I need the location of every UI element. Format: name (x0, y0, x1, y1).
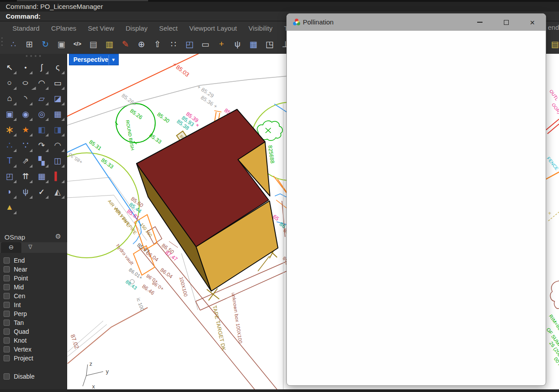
box-stack-icon[interactable]: ▤ (86, 37, 101, 51)
fillet-icon[interactable]: ◝ (18, 91, 33, 106)
arc-icon[interactable]: ◠ (34, 76, 49, 90)
explode-icon[interactable]: ★ (18, 122, 33, 137)
osnap-checkbox-mid[interactable] (4, 284, 10, 290)
osnap-checkbox-knot[interactable] (4, 337, 10, 344)
osnap-checkbox-quad[interactable] (4, 328, 10, 335)
menu-set-view[interactable]: Set View (88, 24, 114, 32)
flyout-indicator (61, 133, 64, 136)
screen-capture-icon[interactable]: ⊞ (22, 37, 36, 51)
paint-check-icon[interactable]: ✎ (118, 37, 133, 51)
point-scatter-icon[interactable]: ∷ (166, 37, 181, 51)
ellipse-icon[interactable]: ○ (15, 76, 37, 90)
point-icon[interactable]: ● (18, 60, 33, 75)
curve-icon[interactable]: ʃ (34, 60, 49, 75)
arc-arrow-icon[interactable]: ↷ (34, 138, 49, 152)
close-button[interactable]: × (522, 14, 543, 31)
minimize-button[interactable] (470, 14, 490, 31)
osnap-item-disable: Disable (4, 372, 35, 381)
red-line-icon[interactable]: ▍ (50, 169, 65, 184)
rectangle-icon[interactable]: ▭ (50, 76, 65, 90)
menu-fragment-right: ende (548, 24, 559, 31)
osnap-checkbox-near[interactable] (4, 266, 10, 272)
fold-icon[interactable]: ◗ (2, 184, 17, 199)
osnap-checkbox-project[interactable] (4, 355, 10, 361)
command-history-line: Command: PO_LicenseManager (0, 2, 559, 12)
boolean-icon[interactable]: ∗ (2, 122, 17, 137)
osnap-label: Perp (14, 310, 27, 317)
extrude-flat-icon[interactable]: ◧ (34, 122, 49, 137)
flyout-indicator (61, 87, 64, 90)
flyout-indicator (29, 149, 32, 152)
menu-cplanes[interactable]: CPlanes (51, 24, 76, 32)
array-icon[interactable]: ▚ (34, 153, 49, 168)
circles-trio-icon[interactable]: ∵ (18, 138, 33, 152)
check-icon[interactable]: ✓ (34, 184, 49, 199)
surface-icon[interactable]: ▱ (34, 91, 49, 106)
boolean-union-icon[interactable]: ∴ (2, 138, 17, 152)
gear-icon[interactable]: ⚙ (55, 232, 61, 240)
pyramid-icon[interactable]: ▲ (2, 200, 17, 215)
filter-tab[interactable]: ∇ (21, 242, 39, 253)
copy-squares-icon[interactable]: ▣ (54, 37, 68, 51)
osnap-checkbox-point[interactable] (4, 275, 10, 281)
osnap-checkbox-cen[interactable] (4, 293, 10, 299)
panel-grip[interactable] (26, 55, 44, 57)
pollination-titlebar[interactable]: Pollination × (287, 14, 546, 31)
mirror-icon[interactable]: ◫ (50, 153, 65, 168)
point-cloud-icon[interactable]: ∴ (6, 37, 20, 51)
sphere-icon[interactable]: ◉ (18, 107, 33, 121)
menu-viewport-layout[interactable]: Viewport Layout (189, 24, 237, 32)
menu-display[interactable]: Display (126, 24, 148, 32)
chevron-down-icon[interactable]: ▼ (111, 57, 116, 62)
globe-icon[interactable]: ⊕ (134, 37, 149, 51)
osnap-checkbox-int[interactable] (4, 302, 10, 308)
grid-icon[interactable]: ▦ (34, 169, 49, 184)
osnap-checkbox-end[interactable] (4, 257, 10, 264)
cut-tool-icon[interactable]: ◳ (556, 37, 559, 51)
osnap-item-end: End (4, 256, 25, 265)
maximize-button[interactable] (496, 14, 516, 31)
osnap-checkbox-vertex[interactable] (4, 346, 10, 352)
named-view-icon[interactable]: ◰ (182, 37, 197, 51)
survey-line (67, 177, 135, 212)
osnap-checkbox-tan[interactable] (4, 320, 10, 326)
arc-handles-icon[interactable]: ◠ (50, 138, 65, 152)
menu-visibility[interactable]: Visibility (249, 24, 273, 32)
select-arrow-icon[interactable]: ↖ (2, 60, 17, 75)
move-arrows-icon[interactable]: + (214, 37, 229, 51)
selection-rect-icon[interactable]: ▭ (198, 37, 213, 51)
curved-surface-icon[interactable]: ◪ (50, 91, 65, 106)
patch-icon[interactable]: ▦ (50, 107, 65, 121)
text-icon[interactable]: T (2, 153, 17, 168)
osnap-checkbox-disable[interactable] (4, 373, 10, 380)
lift-icon[interactable]: ⇈ (18, 169, 33, 184)
primitives-icon[interactable]: ◭ (50, 184, 65, 199)
box-edit-icon[interactable]: ◰ (2, 169, 17, 184)
script-code-icon[interactable]: </> (70, 37, 84, 51)
drape-grid-icon[interactable]: ▦ (246, 37, 261, 51)
annotation-text: 85.33 (148, 132, 163, 145)
unroll-box-icon[interactable]: ◳ (262, 37, 277, 51)
pollination-window-title: Pollination (303, 18, 334, 26)
extrude-icon[interactable]: ◨ (50, 122, 65, 137)
polygon-icon[interactable]: ⌂ (2, 91, 17, 106)
osnap-checkbox-perp[interactable] (4, 311, 10, 317)
box-icon[interactable]: ▣ (2, 107, 17, 121)
export-box-icon[interactable]: ⇧ (150, 37, 165, 51)
annotation-text: hydro vault (115, 243, 135, 266)
osnap-tab[interactable]: ⊖ (1, 242, 21, 253)
torus-icon[interactable]: ◎ (34, 107, 49, 121)
osnap-item-cen: Cen (4, 292, 25, 300)
menu-standard[interactable]: Standard (12, 24, 40, 32)
viewport-tab-perspective[interactable]: Perspective ▼ (69, 54, 119, 65)
save-file-icon[interactable]: ▥ (102, 37, 117, 51)
walk-icon[interactable]: ψ (18, 184, 33, 199)
osnap-item-perp: Perp (4, 309, 27, 318)
toolbar-grip[interactable] (1, 37, 3, 48)
walk-person-icon[interactable]: ψ (230, 37, 245, 51)
scale-icon[interactable]: ⇗ (18, 153, 33, 168)
menu-select[interactable]: Select (159, 24, 178, 32)
curve-points-icon[interactable]: ς (50, 60, 65, 75)
orbit-sync-icon[interactable]: ↻ (38, 37, 52, 51)
tree-x-marker (265, 128, 271, 133)
